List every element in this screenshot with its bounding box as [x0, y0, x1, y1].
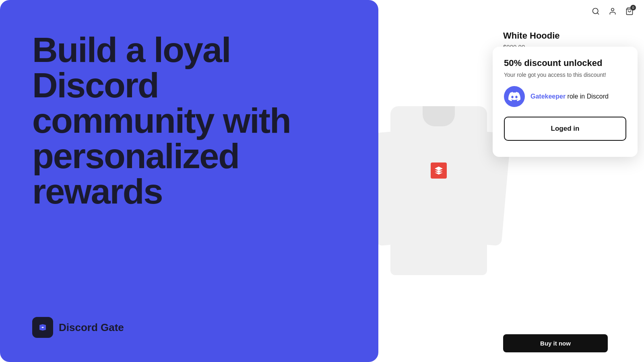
discount-card: 50% discount unlocked Your role got you …: [493, 47, 638, 157]
brand-row: Discord Gate: [32, 317, 346, 338]
brand-icon: [32, 317, 53, 338]
buy-now-button[interactable]: Buy it now: [503, 334, 608, 352]
cart-icon[interactable]: 0: [625, 6, 634, 16]
right-panel: 0 White Hoodie $000.00: [378, 0, 644, 362]
discord-role-text: Gatekeeper role in Discord: [530, 93, 609, 100]
discord-role-suffix: role in Discord: [566, 93, 609, 100]
discord-role-name: Gatekeeper: [530, 93, 566, 100]
user-icon[interactable]: [608, 6, 617, 16]
svg-point-3: [611, 8, 614, 11]
buy-now-area: Buy it now: [491, 334, 644, 362]
top-nav: 0: [378, 0, 644, 23]
left-panel: Build a loyal Discord community with per…: [0, 0, 378, 362]
cart-badge: 0: [630, 5, 636, 10]
discord-role-row: Gatekeeper role in Discord: [504, 86, 626, 107]
discord-avatar: [504, 86, 525, 107]
hero-section: Build a loyal Discord community with per…: [32, 32, 346, 209]
discount-subtitle: Your role got you access to this discoun…: [504, 72, 626, 78]
hoodie-body: [390, 106, 487, 275]
login-button[interactable]: Loged in: [504, 117, 626, 141]
hoodie-logo: [431, 162, 447, 179]
search-icon[interactable]: [591, 6, 601, 16]
svg-line-2: [597, 13, 599, 14]
product-title: White Hoodie: [503, 31, 632, 41]
brand-name: Discord Gate: [59, 321, 124, 334]
product-area: White Hoodie $000.00 Color Snow White Mi…: [378, 23, 644, 334]
hoodie-neck: [423, 106, 455, 126]
hero-heading: Build a loyal Discord community with per…: [32, 32, 346, 209]
discount-title: 50% discount unlocked: [504, 58, 626, 68]
